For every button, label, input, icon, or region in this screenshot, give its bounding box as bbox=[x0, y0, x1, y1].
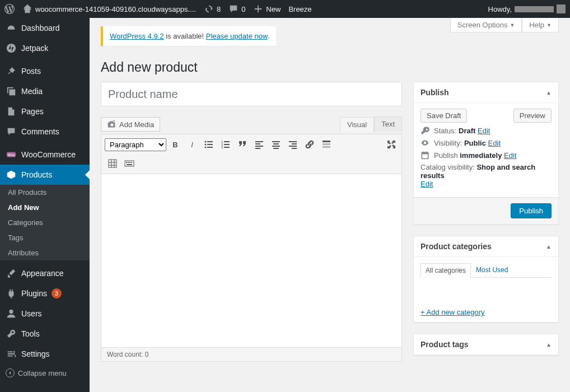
svg-rect-7 bbox=[207, 144, 213, 145]
svg-rect-20 bbox=[272, 141, 280, 142]
update-now-link[interactable]: Please update now bbox=[206, 32, 268, 40]
svg-rect-30 bbox=[323, 146, 330, 148]
menu-users[interactable]: Users bbox=[0, 304, 90, 324]
add-category-link[interactable]: + Add new category bbox=[421, 308, 485, 316]
key-icon bbox=[421, 126, 429, 135]
collapse-menu[interactable]: Collapse menu bbox=[0, 364, 90, 382]
users-icon bbox=[6, 308, 17, 319]
blockquote-button[interactable] bbox=[235, 137, 250, 152]
svg-rect-15 bbox=[224, 147, 230, 148]
format-select[interactable]: Paragraph bbox=[105, 138, 166, 151]
publish-button[interactable]: Publish bbox=[511, 203, 552, 218]
menu-woocommerce[interactable]: WooWooCommerce bbox=[0, 144, 90, 165]
svg-point-4 bbox=[205, 141, 207, 143]
wp-version-link[interactable]: WordPress 4.9.2 bbox=[110, 32, 164, 40]
svg-rect-41 bbox=[127, 164, 132, 165]
svg-rect-43 bbox=[422, 152, 428, 154]
align-left-button[interactable] bbox=[251, 137, 267, 152]
svg-rect-28 bbox=[323, 141, 330, 142]
category-list[interactable] bbox=[421, 280, 552, 308]
brush-icon bbox=[6, 268, 17, 279]
svg-point-6 bbox=[205, 144, 207, 146]
menu-settings[interactable]: Settings bbox=[0, 344, 90, 364]
svg-rect-26 bbox=[289, 146, 297, 147]
menu-products[interactable]: Products bbox=[0, 165, 90, 185]
submenu-add-new[interactable]: Add New bbox=[0, 200, 90, 215]
product-tags-header[interactable]: Product tags▲ bbox=[414, 334, 558, 355]
site-name[interactable]: woocommerce-141059-409160.cloudwaysapps.… bbox=[22, 4, 196, 14]
plugin-icon bbox=[6, 288, 17, 299]
cat-tab-all[interactable]: All categories bbox=[421, 263, 471, 278]
fullscreen-button[interactable] bbox=[384, 137, 399, 152]
align-center-button[interactable] bbox=[268, 137, 284, 152]
cat-tab-most-used[interactable]: Most Used bbox=[471, 263, 513, 277]
screen-options-button[interactable]: Screen Options ▼ bbox=[450, 18, 522, 32]
svg-rect-45 bbox=[426, 152, 427, 153]
menu-tools[interactable]: Tools bbox=[0, 324, 90, 344]
edit-status-link[interactable]: Edit bbox=[478, 127, 490, 135]
align-right-button[interactable] bbox=[285, 137, 301, 152]
breeze-menu[interactable]: Breeze bbox=[288, 5, 311, 13]
editor-tab-text[interactable]: Text bbox=[374, 116, 402, 132]
submenu-attributes[interactable]: Attributes bbox=[0, 245, 90, 260]
edit-visibility-link[interactable]: Edit bbox=[488, 139, 501, 147]
publish-box: Publish▲ Save Draft Preview Status: Draf… bbox=[413, 82, 559, 225]
new-content[interactable]: New bbox=[253, 4, 281, 14]
edit-schedule-link[interactable]: Edit bbox=[504, 151, 516, 160]
woocommerce-icon: Woo bbox=[6, 149, 17, 160]
menu-jetpack[interactable]: Jetpack bbox=[0, 38, 90, 58]
editor-tab-visual[interactable]: Visual bbox=[340, 117, 374, 132]
menu-comments[interactable]: Comments bbox=[0, 122, 90, 142]
menu-media[interactable]: Media bbox=[0, 81, 90, 101]
preview-button[interactable]: Preview bbox=[513, 109, 552, 123]
italic-button[interactable]: I bbox=[184, 137, 200, 152]
chevron-down-icon: ▼ bbox=[510, 22, 515, 28]
username-redacted bbox=[515, 6, 554, 12]
menu-plugins[interactable]: Plugins 3 bbox=[0, 283, 90, 304]
camera-icon bbox=[107, 119, 117, 129]
menu-pages[interactable]: Pages bbox=[0, 101, 90, 122]
submenu-categories[interactable]: Categories bbox=[0, 215, 90, 230]
numbered-list-button[interactable]: 123 bbox=[218, 137, 233, 152]
comments-icon bbox=[6, 126, 17, 137]
keyboard-button[interactable] bbox=[122, 156, 137, 171]
svg-rect-38 bbox=[128, 162, 129, 163]
more-toolbar-button[interactable] bbox=[319, 137, 334, 152]
menu-posts[interactable]: Posts bbox=[0, 61, 90, 81]
svg-rect-11 bbox=[224, 141, 230, 142]
svg-rect-31 bbox=[109, 160, 116, 167]
product-categories-header[interactable]: Product categories▲ bbox=[414, 236, 558, 257]
svg-rect-39 bbox=[129, 162, 130, 163]
wp-logo-icon[interactable] bbox=[4, 4, 15, 14]
menu-dashboard[interactable]: Dashboard bbox=[0, 18, 90, 38]
svg-rect-19 bbox=[255, 148, 260, 149]
comments[interactable]: 0 bbox=[228, 4, 245, 14]
svg-rect-18 bbox=[255, 146, 263, 147]
svg-rect-40 bbox=[131, 162, 132, 163]
svg-text:Woo: Woo bbox=[8, 153, 15, 157]
calendar-icon bbox=[421, 151, 429, 160]
plugin-update-badge: 3 bbox=[52, 288, 62, 298]
submenu-tags[interactable]: Tags bbox=[0, 230, 90, 245]
svg-point-8 bbox=[205, 147, 207, 148]
bold-button[interactable]: B bbox=[167, 137, 183, 152]
tools-icon bbox=[6, 328, 17, 339]
bullet-list-button[interactable] bbox=[201, 137, 217, 152]
save-draft-button[interactable]: Save Draft bbox=[421, 109, 467, 123]
page-title: Add new product bbox=[101, 60, 559, 75]
link-button[interactable] bbox=[302, 137, 317, 152]
editor-content[interactable] bbox=[101, 174, 402, 348]
chevron-up-icon: ▲ bbox=[546, 90, 552, 96]
add-media-button[interactable]: Add Media bbox=[101, 117, 160, 132]
svg-rect-17 bbox=[255, 143, 260, 144]
edit-catalog-link[interactable]: Edit bbox=[421, 180, 433, 188]
updates[interactable]: 8 bbox=[204, 4, 221, 14]
help-button[interactable]: Help ▼ bbox=[522, 18, 559, 32]
product-title-input[interactable] bbox=[101, 82, 402, 106]
my-account[interactable]: Howdy, bbox=[488, 4, 566, 13]
table-button[interactable] bbox=[105, 156, 120, 171]
publish-box-header[interactable]: Publish▲ bbox=[414, 82, 558, 103]
chevron-up-icon: ▲ bbox=[546, 342, 552, 348]
submenu-all-products[interactable]: All Products bbox=[0, 185, 90, 200]
menu-appearance[interactable]: Appearance bbox=[0, 263, 90, 283]
